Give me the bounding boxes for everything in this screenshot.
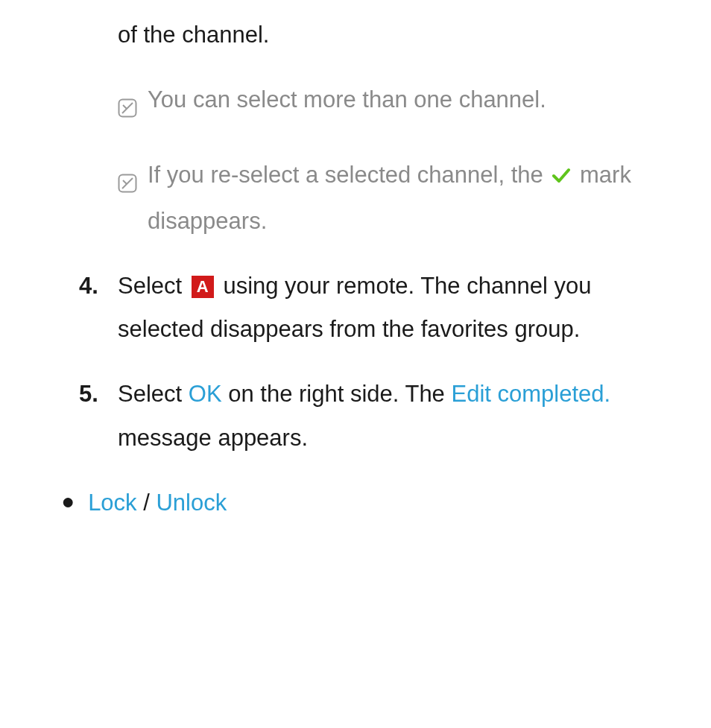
lock-unlock-text: Lock / Unlock [88,481,227,525]
separator: / [137,490,157,516]
step-4-pre: Select [118,273,189,299]
ok-label: OK [189,381,222,407]
step-5: 5. Select OK on the right side. The Edit… [79,373,675,460]
unlock-label: Unlock [156,490,227,516]
edit-completed-label: Edit completed. [451,381,610,407]
manual-page: of the channel. You can select more than… [0,0,711,555]
step-4: 4. Select A using your remote. The chann… [79,265,675,352]
note-2-pre: If you re-select a selected channel, the [148,162,549,188]
step-5-t3: message appears. [118,425,308,451]
note-icon [118,89,137,133]
note-1: You can select more than one channel. [118,78,675,133]
continuation-text: of the channel. [118,13,675,57]
lock-unlock-item: ● Lock / Unlock [61,481,675,525]
note-icon [118,164,137,208]
step-4-post: using your remote. The channel you selec… [118,273,591,343]
step-4-number: 4. [79,265,109,308]
note-2: If you re-select a selected channel, the… [118,153,675,244]
bullet-icon: ● [61,490,75,513]
step-4-body: Select A using your remote. The channel … [118,265,675,352]
note-1-text: You can select more than one channel. [148,78,675,122]
remote-a-button-icon: A [192,276,214,298]
step-5-t1: Select [118,381,189,407]
checkmark-icon [552,164,571,190]
lock-label: Lock [88,490,136,516]
step-5-number: 5. [79,373,109,417]
step-5-body: Select OK on the right side. The Edit co… [118,373,675,460]
step-5-t2: on the right side. The [222,381,452,407]
note-2-text: If you re-select a selected channel, the… [148,153,675,244]
